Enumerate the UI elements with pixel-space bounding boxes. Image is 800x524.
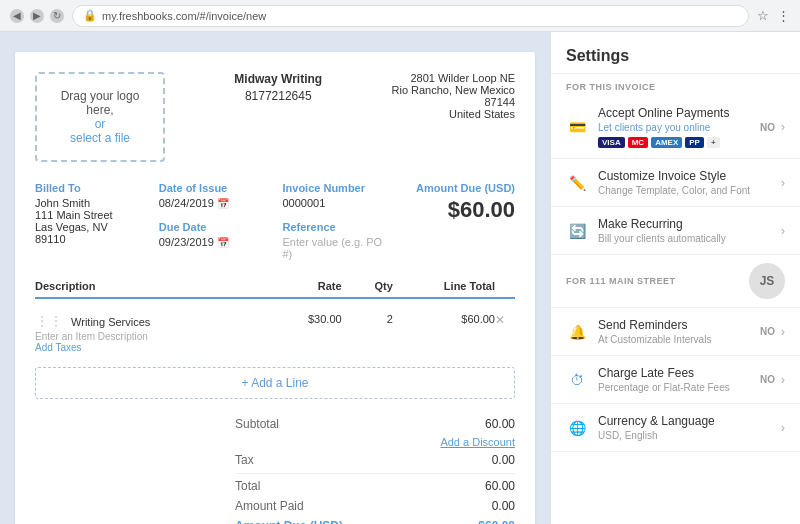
amount-due-summary-row: Amount Due (USD) $60.00: [235, 516, 515, 524]
browser-controls: ◀ ▶ ↻: [10, 9, 64, 23]
amount-due-section: Amount Due (USD) $60.00: [406, 182, 515, 260]
logo-placeholder[interactable]: Drag your logo here, or select a file: [35, 72, 165, 162]
settings-item-charge-late-fees[interactable]: ⏱ Charge Late Fees Percentage or Flat-Ra…: [551, 356, 800, 404]
client-city-state: Las Vegas, NV: [35, 221, 144, 233]
send-reminders-toggle[interactable]: NO: [760, 326, 775, 337]
total-value: 60.00: [485, 479, 515, 493]
date-issue-label: Date of Issue: [159, 182, 268, 194]
company-info: Midway Writing 8177212645: [234, 72, 322, 162]
charge-late-fees-toggle[interactable]: NO: [760, 374, 775, 385]
currency-language-sub: USD, English: [598, 430, 771, 441]
make-recurring-right: ›: [781, 224, 785, 238]
forward-button[interactable]: ▶: [30, 9, 44, 23]
logo-select-link[interactable]: select a file: [70, 131, 130, 145]
reference-label: Reference: [283, 221, 392, 233]
subtotal-row: Subtotal 60.00: [235, 414, 515, 434]
amount-due-summary-value: $60.00: [478, 519, 515, 524]
accept-payments-sub: Let clients pay you online: [598, 122, 750, 133]
invoice-totals: Subtotal 60.00 Add a Discount Tax 0.00 T…: [35, 414, 515, 524]
amount-due-label: Amount Due (USD): [406, 182, 515, 194]
billed-to-label: Billed To: [35, 182, 144, 194]
company-address2: Rio Rancho, New Mexico: [392, 84, 516, 96]
totals-grid: Subtotal 60.00 Add a Discount Tax 0.00 T…: [235, 414, 515, 524]
item-rate[interactable]: $30.00: [239, 313, 341, 325]
accept-payments-content: Accept Online Payments Let clients pay y…: [598, 106, 750, 148]
add-line-button[interactable]: + Add a Line: [35, 367, 515, 399]
back-button[interactable]: ◀: [10, 9, 24, 23]
amount-paid-label: Amount Paid: [235, 499, 304, 513]
client-name: John Smith: [35, 197, 144, 209]
qty-col-header: Qty: [342, 280, 393, 292]
browser-icons: ☆ ⋮: [757, 8, 790, 23]
settings-item-accept-payments[interactable]: 💳 Accept Online Payments Let clients pay…: [551, 96, 800, 159]
item-qty[interactable]: 2: [342, 313, 393, 325]
payments-icon: 💳: [566, 116, 588, 138]
total-col-header: Line Total: [393, 280, 495, 292]
date-issue-value[interactable]: 08/24/2019 📅: [159, 197, 268, 209]
recurring-icon: 🔄: [566, 220, 588, 242]
mc-icon: MC: [628, 137, 648, 148]
add-taxes-link[interactable]: Add Taxes: [35, 342, 239, 353]
chevron-right-icon-2: ›: [781, 176, 785, 190]
main-wrapper: Drag your logo here, or select a file Mi…: [0, 32, 800, 524]
invoice-number-value: 0000001: [283, 197, 392, 209]
settings-item-make-recurring[interactable]: 🔄 Make Recurring Bill your clients autom…: [551, 207, 800, 255]
chevron-right-icon: ›: [781, 120, 785, 134]
invoice-card: Drag your logo here, or select a file Mi…: [15, 52, 535, 524]
currency-language-right: ›: [781, 421, 785, 435]
calendar-icon-2: 📅: [217, 237, 229, 248]
send-reminders-content: Send Reminders At Customizable Intervals: [598, 318, 750, 345]
due-date-value[interactable]: 09/23/2019 📅: [159, 236, 268, 248]
reference-input[interactable]: Enter value (e.g. PO #): [283, 236, 392, 260]
chevron-right-icon-3: ›: [781, 224, 785, 238]
amount-due-value: $60.00: [406, 197, 515, 223]
tax-row: Tax 0.00: [235, 450, 515, 470]
avatar: JS: [749, 263, 785, 299]
customize-style-content: Customize Invoice Style Change Template,…: [598, 169, 771, 196]
item-remove-icon[interactable]: ✕: [495, 313, 515, 327]
company-phone: 8177212645: [234, 89, 322, 103]
payment-icons: VISA MC AMEX PP +: [598, 137, 750, 148]
discount-row: Add a Discount: [235, 434, 515, 450]
amount-due-summary-label: Amount Due (USD): [235, 519, 343, 524]
accept-payments-toggle[interactable]: NO: [760, 122, 775, 133]
send-reminders-title: Send Reminders: [598, 318, 750, 332]
refresh-button[interactable]: ↻: [50, 9, 64, 23]
menu-icon[interactable]: ⋮: [777, 8, 790, 23]
settings-item-customize-style[interactable]: ✏️ Customize Invoice Style Change Templa…: [551, 159, 800, 207]
date-issue-section: Date of Issue 08/24/2019 📅 Due Date 09/2…: [159, 182, 268, 260]
customize-style-title: Customize Invoice Style: [598, 169, 771, 183]
settings-item-currency-language[interactable]: 🌐 Currency & Language USD, English ›: [551, 404, 800, 452]
billed-to-section: Billed To John Smith 111 Main Street Las…: [35, 182, 144, 260]
address-bar[interactable]: 🔒 my.freshbooks.com/#/invoice/new: [72, 5, 749, 27]
invoice-area: Drag your logo here, or select a file Mi…: [0, 32, 550, 524]
customize-style-sub: Change Template, Color, and Font: [598, 185, 771, 196]
tax-value: 0.00: [492, 453, 515, 467]
item-desc-placeholder[interactable]: Enter an Item Description: [35, 331, 239, 342]
table-row: ⋮⋮ Writing Services Enter an Item Descri…: [35, 307, 515, 359]
star-icon[interactable]: ☆: [757, 8, 769, 23]
settings-panel: Settings FOR THIS INVOICE 💳 Accept Onlin…: [550, 32, 800, 524]
subtotal-label: Subtotal: [235, 417, 279, 431]
settings-item-send-reminders[interactable]: 🔔 Send Reminders At Customizable Interva…: [551, 308, 800, 356]
charge-late-fees-right: NO ›: [760, 373, 785, 387]
total-label: Total: [235, 479, 260, 493]
make-recurring-title: Make Recurring: [598, 217, 771, 231]
total-row: Total 60.00: [235, 473, 515, 496]
currency-language-title: Currency & Language: [598, 414, 771, 428]
drag-handle-icon[interactable]: ⋮⋮: [35, 313, 63, 329]
late-fees-icon: ⏱: [566, 369, 588, 391]
more-icon: +: [707, 137, 720, 148]
logo-or-text: or: [95, 117, 106, 131]
calendar-icon: 📅: [217, 198, 229, 209]
charge-late-fees-title: Charge Late Fees: [598, 366, 750, 380]
client-street: 111 Main Street: [35, 209, 144, 221]
item-name: Writing Services: [71, 316, 150, 328]
amount-info: 2801 Wilder Loop NE Rio Rancho, New Mexi…: [392, 72, 516, 162]
item-description: ⋮⋮ Writing Services Enter an Item Descri…: [35, 313, 239, 353]
amount-paid-row: Amount Paid 0.00: [235, 496, 515, 516]
accept-payments-title: Accept Online Payments: [598, 106, 750, 120]
add-discount-link[interactable]: Add a Discount: [440, 436, 515, 448]
style-icon: ✏️: [566, 172, 588, 194]
url-text: my.freshbooks.com/#/invoice/new: [102, 10, 266, 22]
